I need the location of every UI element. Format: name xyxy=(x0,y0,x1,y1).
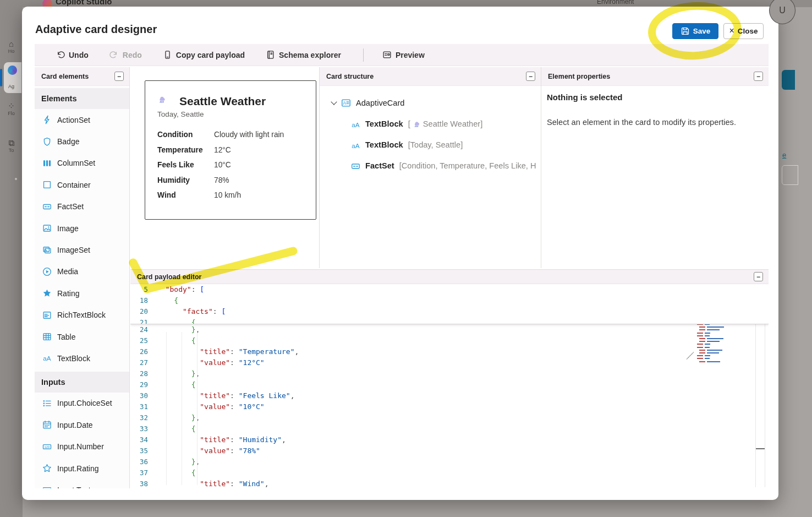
code-line-30[interactable]: 30 "title": "Feels Like", xyxy=(130,390,769,401)
element-item-factset[interactable]: FactSet xyxy=(35,196,129,217)
element-item-richtextblock[interactable]: RichTextBlock xyxy=(35,304,129,326)
screen: Copilot Studio Environment ⌂ Ho Ag ⁘ Flo… xyxy=(0,0,812,517)
code-line-34[interactable]: 34 "title": "Humidity", xyxy=(130,434,769,445)
code-line-36[interactable]: 36 }, xyxy=(130,456,769,467)
factset-icon xyxy=(42,202,52,211)
environment-label: Environment xyxy=(597,0,634,6)
collapse-element-properties-button[interactable]: − xyxy=(754,72,763,81)
payload-code-editor[interactable]: 5 "body": [18 {20 "facts": [21 { 24 },25… xyxy=(130,284,769,488)
factset-icon xyxy=(351,161,360,171)
collapse-payload-editor-button[interactable]: − xyxy=(754,272,763,281)
code-line-20[interactable]: 20 "facts": [ xyxy=(130,306,769,317)
page-title: Adaptive card designer xyxy=(35,23,157,36)
columns-icon xyxy=(42,159,52,168)
fact-row: ConditionCloudy with light rain xyxy=(157,130,305,139)
code-line-35[interactable]: 35 "value": "78%" xyxy=(130,445,769,456)
section-header-inputs: Inputs xyxy=(35,372,129,393)
code-line-26[interactable]: 26 "title": "Temperature", xyxy=(130,346,769,357)
line-number: 26 xyxy=(130,346,157,357)
element-item-container[interactable]: Container xyxy=(35,174,129,195)
schema-explorer-button[interactable]: Schema explorer xyxy=(259,47,351,63)
code-line-5[interactable]: 5 "body": [ xyxy=(130,284,769,295)
sticky-scroll-lines[interactable]: 5 "body": [18 {20 "facts": [21 { xyxy=(130,284,769,324)
code-line-27[interactable]: 27 "value": "12°C" xyxy=(130,357,769,368)
background-input-fragment xyxy=(782,165,798,185)
element-item-label: Input.Number xyxy=(57,442,104,451)
code-line-28[interactable]: 28 }, xyxy=(130,368,769,379)
fact-row: Feels Like10°C xyxy=(157,161,305,169)
adaptive-card-preview[interactable]: Seattle Weather Today, Seattle Condition… xyxy=(145,80,316,220)
flash-icon xyxy=(42,115,52,124)
element-item-columnset[interactable]: ColumnSet xyxy=(35,153,129,174)
fact-row: Wind10 km/h xyxy=(157,191,305,199)
element-item-label: Badge xyxy=(57,137,79,146)
tree-node-detail: [ Seattle Weather] xyxy=(408,119,483,128)
element-item-input-date[interactable]: Input.Date xyxy=(35,414,129,436)
tree-node-factset[interactable]: FactSet[Condition, Temperature, Feels Li… xyxy=(320,155,541,176)
undo-icon xyxy=(56,50,65,59)
code-line-24[interactable]: 24 }, xyxy=(130,324,769,335)
nav-tools: ⧉ To xyxy=(0,139,23,153)
element-item-badge[interactable]: Badge xyxy=(35,130,129,152)
editor-scrollbar[interactable] xyxy=(755,305,765,487)
code-line-29[interactable]: 29 { xyxy=(130,379,769,390)
background-app-name: Copilot Studio xyxy=(56,0,112,6)
card-payload-editor-header: Card payload editor − xyxy=(130,270,769,284)
flows-icon: ⁘ xyxy=(0,102,23,111)
tree-node-textblock[interactable]: aATextBlock[Today, Seattle] xyxy=(320,134,541,155)
fact-row: Temperature12°C xyxy=(157,146,305,154)
star-outline-icon xyxy=(42,464,52,473)
background-link-fragment: e xyxy=(782,151,786,159)
line-number: 25 xyxy=(130,335,157,346)
element-item-media[interactable]: Media xyxy=(35,261,129,282)
save-icon xyxy=(681,26,690,36)
code-line-18[interactable]: 18 { xyxy=(130,295,769,306)
element-item-label: Container xyxy=(57,181,91,189)
tree-node-type: TextBlock xyxy=(365,140,403,149)
tree-node-detail: [Condition, Temperature, Feels Like, H xyxy=(399,161,536,170)
code-line-31[interactable]: 31 "value": "10°C" xyxy=(130,401,769,412)
element-item-actionset[interactable]: ActionSet xyxy=(35,109,129,130)
element-item-textblock[interactable]: aATextBlock xyxy=(35,347,129,369)
fact-value: Cloudy with light rain xyxy=(214,130,284,139)
undo-button[interactable]: Undo xyxy=(49,47,98,63)
line-number: 18 xyxy=(130,295,157,306)
card-title-block[interactable]: Seattle Weather xyxy=(157,94,305,108)
card-factset[interactable]: ConditionCloudy with light rainTemperatu… xyxy=(157,130,305,199)
collapse-card-elements-button[interactable]: − xyxy=(114,72,124,81)
save-button[interactable]: Save xyxy=(672,23,718,39)
element-item-input-choiceset[interactable]: Input.ChoiceSet xyxy=(35,393,129,414)
cloud-rain-icon xyxy=(413,119,421,128)
line-number: 35 xyxy=(130,445,157,456)
close-button[interactable]: × Close xyxy=(723,23,764,39)
code-line-38[interactable]: 38 "title": "Wind", xyxy=(130,478,769,488)
adaptivecard-icon: A xyxy=(341,98,351,108)
line-number: 29 xyxy=(130,379,157,390)
tree-root-adaptivecard[interactable]: A AdaptiveCard xyxy=(320,92,541,113)
element-item-input-text[interactable]: Input.Text xyxy=(35,479,129,488)
element-item-input-number[interactable]: 123Input.Number xyxy=(35,436,129,457)
code-line-33[interactable]: 33 { xyxy=(130,423,769,434)
element-item-label: ActionSet xyxy=(57,116,90,124)
element-item-input-rating[interactable]: Input.Rating xyxy=(35,458,129,479)
preview-button[interactable]: Preview xyxy=(376,47,435,63)
code-line-32[interactable]: 32 }, xyxy=(130,412,769,423)
card-subtitle[interactable]: Today, Seattle xyxy=(157,110,305,118)
code-line-37[interactable]: 37 { xyxy=(130,467,769,478)
element-item-table[interactable]: Table xyxy=(35,326,129,347)
tree-node-textblock[interactable]: aATextBlock[ Seattle Weather] xyxy=(320,113,541,134)
textblock-icon: aA xyxy=(351,140,360,150)
book-icon xyxy=(266,50,275,59)
copy-card-payload-button[interactable]: Copy card payload xyxy=(156,47,255,63)
element-item-imageset[interactable]: ImageSet xyxy=(35,239,129,260)
code-line-21[interactable]: 21 { xyxy=(130,317,769,324)
code-line-25[interactable]: 25 { xyxy=(130,335,769,346)
code-lines[interactable]: 24 },25 {26 "title": "Temperature",27 "v… xyxy=(130,324,769,488)
chevron-down-icon[interactable] xyxy=(331,99,337,105)
line-number: 27 xyxy=(130,357,157,368)
element-item-rating[interactable]: Rating xyxy=(35,282,129,304)
collapse-card-structure-button[interactable]: − xyxy=(526,72,535,81)
avatar: U xyxy=(769,0,795,24)
redo-button[interactable]: Redo xyxy=(103,47,152,63)
element-item-image[interactable]: Image xyxy=(35,217,129,239)
